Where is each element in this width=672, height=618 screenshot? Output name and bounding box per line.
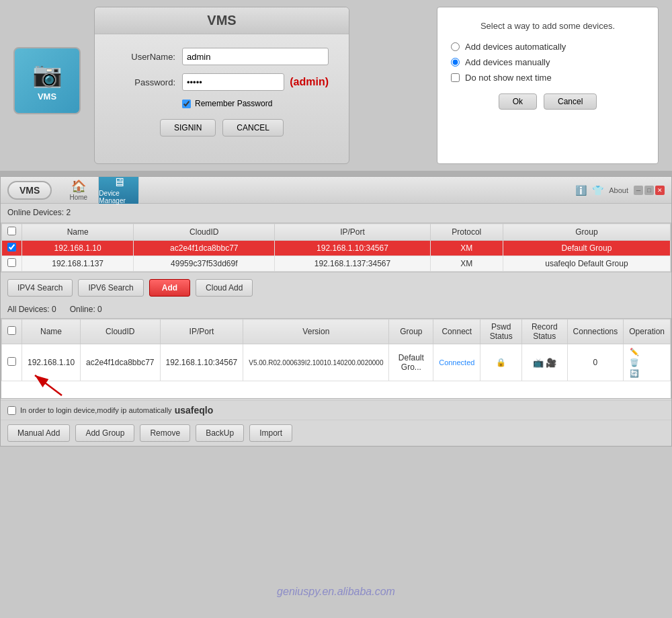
password-input[interactable] <box>182 73 284 91</box>
table-row: 192.168.1.10 ac2e4f1dca8bbc77 192.168.1.… <box>2 344 671 381</box>
online-devices-count: 2 <box>66 208 71 217</box>
watermark: geniuspy.en.alibaba.com <box>277 586 395 598</box>
backup-button[interactable]: BackUp <box>196 424 244 442</box>
cell-cloudid: 49959c37f53dd69f <box>134 256 275 272</box>
cell-version: V5.00.R02.000639I2.10010.140200.0020000 <box>243 344 389 381</box>
close-button[interactable]: ✕ <box>655 186 665 195</box>
vms-title-button[interactable]: VMS <box>7 181 52 200</box>
signin-button[interactable]: SIGNIN <box>160 119 216 137</box>
cell-protocol: XM <box>430 241 503 256</box>
all-select-all-header <box>2 319 22 344</box>
import-button[interactable]: Import <box>249 424 292 442</box>
cloud-add-button[interactable]: Cloud Add <box>196 279 253 297</box>
col-group: Group <box>503 224 670 241</box>
online-label: Online: 0 <box>70 305 102 314</box>
dialog-cancel-button[interactable]: Cancel <box>544 93 597 110</box>
ipv6-search-button[interactable]: IPV6 Search <box>78 279 143 297</box>
cell-protocol: XM <box>430 256 503 272</box>
add-auto-radio[interactable] <box>451 42 460 51</box>
cell-ipport: 192.168.1.137:34567 <box>275 256 430 272</box>
logo-label: VMS <box>38 91 56 102</box>
bottom-buttons: Manual Add Add Group Remove BackUp Impor… <box>1 420 671 446</box>
remember-checkbox[interactable] <box>182 100 191 108</box>
cell-name: 192.168.1.10 <box>22 241 134 256</box>
online-devices-table-wrap: Name CloudID IP/Port Protocol Group 192.… <box>1 223 671 272</box>
usafeqlo-label: usafeqlo <box>175 405 214 416</box>
password-label: Password: <box>115 77 175 87</box>
all-select-all-checkbox[interactable] <box>7 326 16 335</box>
ipv4-search-button[interactable]: IPV4 Search <box>7 279 73 297</box>
dont-show-label: Do not show next time <box>465 73 552 83</box>
cell-group: usafeqlo Default Group <box>503 256 670 272</box>
add-button[interactable]: Add <box>149 279 190 297</box>
add-group-button[interactable]: Add Group <box>75 424 134 442</box>
op-edit-icon[interactable]: ✏️ <box>629 346 640 357</box>
remove-button[interactable]: Remove <box>140 424 190 442</box>
all-col-group: Group <box>389 319 433 344</box>
nav-device-manager[interactable]: 🖥 Device Manager <box>99 177 139 204</box>
shirt-icon: 👕 <box>592 185 603 196</box>
all-devices-table-wrap: Name CloudID IP/Port Version Group Conne… <box>1 318 671 399</box>
auto-login-label: In order to login device,modify ip autom… <box>20 406 172 414</box>
device-manager-label: Device Manager <box>99 190 138 204</box>
all-devices-label: All Devices: 0 <box>7 305 56 314</box>
home-icon: 🏠 <box>71 179 86 194</box>
ok-button[interactable]: Ok <box>499 93 537 110</box>
manual-add-button[interactable]: Manual Add <box>7 424 70 442</box>
info-icon: ℹ️ <box>575 185 587 196</box>
vms-logo: 📷 VMS <box>13 47 81 114</box>
cell-cloudid: ac2e4f1dca8bbc77 <box>134 241 275 256</box>
bottom-bar: In order to login device,modify ip autom… <box>1 400 671 420</box>
cell-name: 192.168.1.137 <box>22 256 134 272</box>
restore-button[interactable]: □ <box>644 186 654 195</box>
minimize-button[interactable]: ─ <box>634 186 643 195</box>
row-checkbox[interactable] <box>7 243 16 252</box>
vms-app: VMS 🏠 Home 🖥 Device Manager ℹ️ 👕 About ─… <box>0 176 672 447</box>
add-manual-radio[interactable] <box>451 58 460 67</box>
online-devices-label: Online Devices: <box>7 208 64 217</box>
all-col-record: Record Status <box>521 319 567 344</box>
table-row: 192.168.1.137 49959c37f53dd69f 192.168.1… <box>2 256 671 272</box>
about-label: About <box>609 186 628 194</box>
dont-show-checkbox[interactable] <box>451 73 460 82</box>
cell-record: 📺 🎥 <box>521 344 567 381</box>
auto-login-checkbox[interactable] <box>7 406 16 415</box>
row-checkbox[interactable] <box>7 357 16 366</box>
remember-label: Remember Password <box>195 99 272 108</box>
home-label: Home <box>70 194 88 201</box>
login-box: VMS UserName: Password: (admin) Remember… <box>94 7 349 164</box>
password-hint: (admin) <box>290 76 329 88</box>
col-protocol: Protocol <box>430 224 503 241</box>
all-col-cloudid: CloudID <box>81 319 160 344</box>
all-col-version: Version <box>243 319 389 344</box>
add-manual-label: Add devices manually <box>465 57 550 67</box>
add-auto-label: Add devices automatically <box>465 42 566 52</box>
cell-group: Default Gro... <box>389 344 433 381</box>
all-devices-header: All Devices: 0 Online: 0 <box>1 302 671 317</box>
window-controls: ─ □ ✕ <box>634 186 665 195</box>
op-delete-icon[interactable]: 🗑️ <box>629 357 640 368</box>
col-cloudid: CloudID <box>134 224 275 241</box>
nav-home[interactable]: 🏠 Home <box>58 177 99 204</box>
op-refresh-icon[interactable]: 🔄 <box>629 368 640 379</box>
col-ipport: IP/Port <box>275 224 430 241</box>
col-name: Name <box>22 224 134 241</box>
username-input[interactable] <box>182 48 329 65</box>
login-title: VMS <box>95 7 349 34</box>
row-checkbox[interactable] <box>7 258 16 267</box>
cell-pswd: 🔒 <box>480 344 522 381</box>
cell-cloudid: ac2e4f1dca8bbc77 <box>81 344 160 381</box>
cell-ipport: 192.168.1.10:34567 <box>275 241 430 256</box>
select-all-checkbox[interactable] <box>7 227 16 235</box>
all-devices-table: Name CloudID IP/Port Version Group Conne… <box>1 319 671 381</box>
cancel-button[interactable]: CANCEL <box>222 119 284 137</box>
cell-ipport: 192.168.1.10:34567 <box>160 344 243 381</box>
cell-connections: 0 <box>567 344 624 381</box>
all-col-operation: Operation <box>624 319 671 344</box>
cell-operation: ✏️ 🗑️ 🔄 <box>624 344 671 381</box>
online-devices-table: Name CloudID IP/Port Protocol Group 192.… <box>1 223 671 272</box>
all-col-connect: Connect <box>433 319 480 344</box>
all-col-pswd: Pswd Status <box>480 319 522 344</box>
app-titlebar: VMS 🏠 Home 🖥 Device Manager ℹ️ 👕 About ─… <box>1 177 671 204</box>
add-devices-dialog: Select a way to add some devices. Add de… <box>437 7 659 164</box>
